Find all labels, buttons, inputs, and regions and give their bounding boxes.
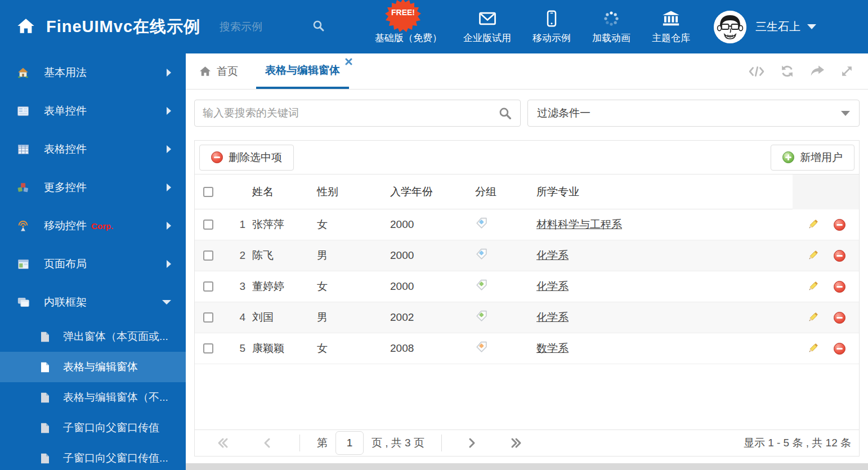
next-page-icon[interactable] (467, 437, 477, 449)
sidebar-subitem-label: 表格与编辑窗体 (63, 360, 138, 374)
col-name: 姓名 (252, 185, 317, 199)
sidebar-subitem-grid-edit-window-2[interactable]: 表格与编辑窗体（不... (0, 382, 186, 413)
user-name: 三生石上 (755, 19, 800, 34)
table-row: 3 董婷婷 女 2000 化学系 (195, 271, 859, 302)
minus-circle-icon (211, 151, 223, 163)
major-link[interactable]: 材料科学与工程系 (536, 217, 622, 232)
cubes-icon (17, 182, 29, 193)
table-row: 4 刘国 男 2002 化学系 (195, 302, 859, 333)
avatar[interactable] (714, 11, 746, 43)
prev-page-icon[interactable] (262, 437, 272, 449)
header-search[interactable] (220, 21, 310, 33)
share-icon[interactable] (810, 65, 825, 77)
sidebar-subitem-child-to-parent[interactable]: 子窗口向父窗口传值 (0, 413, 186, 443)
pagination-bar: 第 页 , 共 3 页 显示 1 - 5 条 , 共 12 条 (195, 429, 859, 456)
sidebar-item-label: 内联框架 (44, 295, 87, 310)
frames-icon (17, 297, 29, 307)
row-checkbox[interactable] (203, 312, 213, 323)
tab-home-label: 首页 (217, 64, 238, 79)
bottom-strip (186, 463, 868, 470)
sidebar-item-page-layout[interactable]: 页面布局 (0, 245, 186, 283)
refresh-icon[interactable] (780, 65, 794, 78)
first-page-icon[interactable] (216, 437, 230, 449)
major-link[interactable]: 化学系 (536, 310, 569, 325)
mobile-icon (546, 10, 557, 28)
major-link[interactable]: 数学系 (536, 341, 569, 356)
sidebar-subitem-popup-window[interactable]: 弹出窗体（本页面或... (0, 321, 186, 352)
top-header: FineUIMvc在线示例 FREE! 基础版（免费） 企业版试用 (0, 0, 868, 53)
cell-year: 2000 (390, 280, 472, 293)
close-icon[interactable] (345, 58, 352, 65)
add-user-button[interactable]: 新增用户 (771, 145, 854, 171)
search-icon[interactable] (498, 106, 512, 120)
grid-panel: 删除选中项 新增用户 姓名 性别 入学年份 分组 所学专业 1 (194, 140, 860, 456)
cell-gender: 女 (317, 341, 390, 356)
user-menu[interactable]: 三生石上 (755, 19, 816, 34)
edit-pencil-icon[interactable] (807, 280, 819, 293)
delete-row-icon[interactable] (834, 219, 845, 231)
delete-row-icon[interactable] (834, 250, 845, 262)
row-checkbox[interactable] (203, 250, 213, 261)
svg-text:FREE!: FREE! (391, 8, 415, 17)
tab-home[interactable]: 首页 (199, 53, 238, 89)
delete-row-icon[interactable] (834, 343, 845, 355)
divider (299, 435, 300, 451)
table-icon (17, 145, 29, 154)
select-all-checkbox[interactable] (203, 187, 213, 197)
major-link[interactable]: 化学系 (536, 279, 569, 294)
delete-row-icon[interactable] (834, 281, 845, 293)
page-number-input[interactable] (335, 431, 364, 455)
col-major: 所学专业 (536, 185, 793, 199)
tab-grid-edit-window[interactable]: 表格与编辑窗体 (256, 53, 349, 89)
corp-badge: Corp. (91, 221, 113, 231)
edit-pencil-icon[interactable] (807, 218, 819, 231)
nav-item-mobile-demo[interactable]: 移动示例 (533, 10, 571, 44)
expand-icon[interactable] (840, 65, 853, 78)
cell-name: 张萍萍 (252, 217, 317, 232)
sidebar-item-label: 表格控件 (44, 142, 87, 156)
edit-pencil-icon[interactable] (807, 249, 819, 262)
sidebar-item-grid-controls[interactable]: 表格控件 (0, 130, 186, 168)
row-checkbox[interactable] (203, 220, 213, 230)
header-nav: 基础版（免费） 企业版试用 移动示例 加载动画 主题仓库 (375, 10, 690, 44)
nav-item-enterprise-trial[interactable]: 企业版试用 (463, 10, 511, 44)
sidebar-item-inline-frame[interactable]: 内联框架 (0, 283, 186, 321)
cell-year: 2000 (390, 218, 472, 231)
sidebar-item-form-controls[interactable]: 表单控件 (0, 92, 186, 130)
edit-pencil-icon[interactable] (807, 342, 819, 355)
major-link[interactable]: 化学系 (536, 248, 569, 263)
tag-icon (475, 248, 488, 263)
search-icon[interactable] (312, 19, 325, 35)
filter-dropdown[interactable]: 过滤条件一 (527, 100, 860, 127)
chevron-right-icon (167, 183, 171, 191)
delete-selected-button[interactable]: 删除选中项 (199, 145, 294, 171)
source-code-icon[interactable] (749, 65, 764, 78)
sidebar-item-basic-usage[interactable]: 基本用法 (0, 53, 186, 92)
filter-row: 过滤条件一 (194, 100, 860, 127)
last-page-icon[interactable] (509, 437, 523, 449)
divider (441, 435, 442, 451)
tag-icon (475, 310, 488, 325)
delete-row-icon[interactable] (834, 312, 845, 324)
record-summary: 显示 1 - 5 条 , 共 12 条 (744, 436, 851, 450)
nav-item-theme-store[interactable]: 主题仓库 (652, 10, 690, 44)
sidebar-item-mobile-controls[interactable]: 移动控件 Corp. (0, 207, 186, 245)
tag-icon (475, 217, 488, 232)
row-checkbox[interactable] (203, 281, 213, 292)
tab-tools (749, 53, 853, 89)
main-area: 首页 表格与编辑窗体 (186, 53, 868, 470)
home-icon[interactable] (17, 17, 35, 37)
keyword-search-input[interactable] (203, 107, 498, 119)
col-group: 分组 (472, 185, 536, 199)
chevron-right-icon (167, 260, 171, 268)
row-checkbox[interactable] (203, 343, 213, 353)
nav-item-loading-anim[interactable]: 加载动画 (592, 10, 630, 44)
tag-icon (475, 341, 488, 356)
header-search-input[interactable] (220, 21, 310, 33)
sidebar-item-more-controls[interactable]: 更多控件 (0, 168, 186, 207)
edit-pencil-icon[interactable] (807, 311, 819, 324)
grid-toolbar: 删除选中项 新增用户 (195, 141, 859, 174)
table-row: 5 康颖颖 女 2008 数学系 (195, 333, 859, 364)
sidebar-subitem-grid-edit-window[interactable]: 表格与编辑窗体 (0, 352, 186, 382)
sidebar-subitem-child-to-parent-2[interactable]: 子窗口向父窗口传值... (0, 443, 186, 470)
